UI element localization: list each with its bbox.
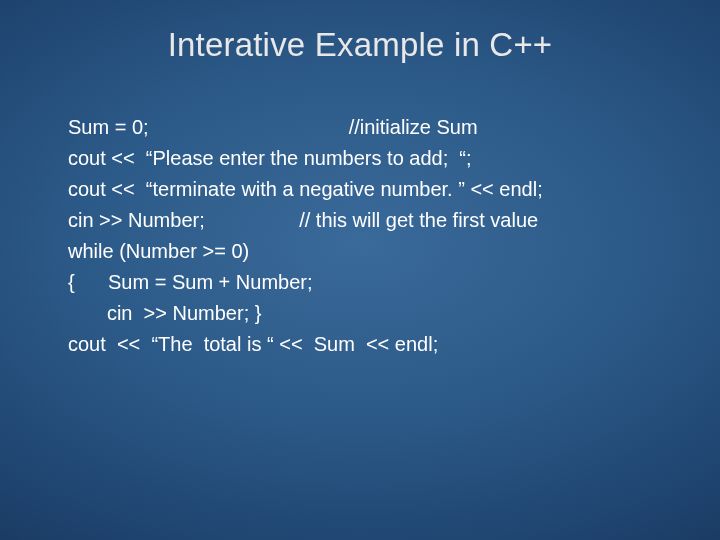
slide: Interative Example in C++ Sum = 0; //ini…: [0, 0, 720, 540]
code-line: cout << “Please enter the numbers to add…: [68, 147, 472, 169]
code-line: cout << “terminate with a negative numbe…: [68, 178, 543, 200]
code-line: while (Number >= 0): [68, 240, 249, 262]
slide-title: Interative Example in C++: [0, 0, 720, 64]
code-block: Sum = 0; //initialize Sum cout << “Pleas…: [0, 64, 720, 360]
code-line: { Sum = Sum + Number;: [68, 271, 313, 293]
code-line: cin >> Number; // this will get the firs…: [68, 209, 538, 231]
code-line: cin >> Number; }: [68, 302, 261, 324]
code-line: Sum = 0; //initialize Sum: [68, 116, 478, 138]
code-line: cout << “The total is “ << Sum << endl;: [68, 333, 438, 355]
